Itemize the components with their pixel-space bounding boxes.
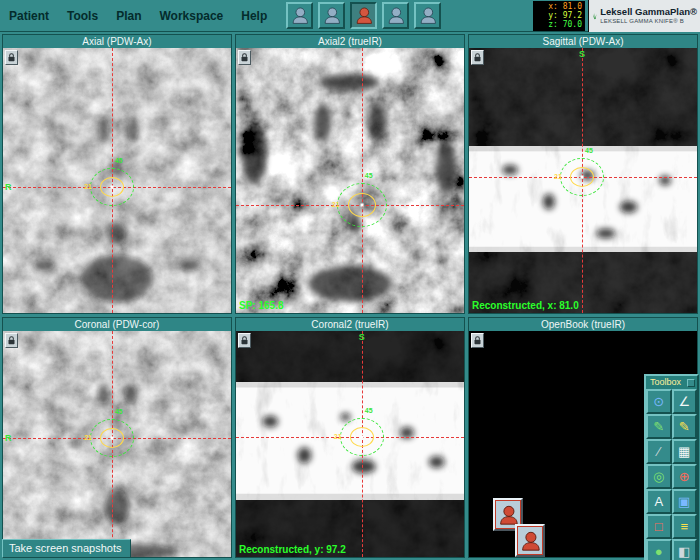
zoom-tool-button[interactable]: ⊙ xyxy=(646,389,672,414)
head-icon xyxy=(322,6,341,25)
viewport-openbook-titlebar[interactable]: OpenBook (trueIR) xyxy=(469,318,697,331)
ruler-icon: ∕ xyxy=(658,445,660,458)
viewport-title: Coronal (PDW-cor) xyxy=(75,319,160,330)
zoom-icon: ⊙ xyxy=(653,395,664,408)
lock-view-button[interactable] xyxy=(5,50,18,65)
toolbox-collapse-button[interactable] xyxy=(687,379,695,387)
patient-head-view-button-2[interactable] xyxy=(515,524,545,557)
isodose-label-inner: 21 xyxy=(84,183,92,190)
viewport-title: OpenBook (trueIR) xyxy=(541,319,625,330)
ruler-tool-button[interactable]: ∕ xyxy=(646,439,672,464)
isodose-label-inner: 21 xyxy=(84,434,92,441)
toolbox-title: Toolbox xyxy=(650,376,681,389)
lock-icon xyxy=(240,52,249,63)
viewport-sagittal-titlebar[interactable]: Sagittal (PDW-Ax) xyxy=(469,35,697,48)
lock-view-button[interactable] xyxy=(238,333,251,348)
viewport-axial2-canvas[interactable]: 45 21 SP: 165.8 xyxy=(236,48,464,313)
target-point xyxy=(360,435,363,438)
settings-icon: ◧ xyxy=(678,545,690,558)
viewport-axial2: Axial2 (trueIR) 45 2 xyxy=(235,34,465,314)
draw-tool-button[interactable]: ✎ xyxy=(646,414,672,439)
mri-axial2-image xyxy=(236,48,464,313)
target-point xyxy=(360,204,363,207)
camera-icon: ▣ xyxy=(678,495,690,508)
dose-tool-button[interactable]: ● xyxy=(646,539,672,560)
head-view-button-1[interactable] xyxy=(286,2,313,29)
crosshair-vertical[interactable] xyxy=(362,48,363,313)
grid-icon: ▦ xyxy=(678,445,690,458)
cursor-coordinates: x: 81.0 y: 97.2 z: 70.0 xyxy=(533,1,585,31)
coordinate-y: y: 97.2 xyxy=(536,11,582,20)
erase-tool-button[interactable]: □ xyxy=(646,514,672,539)
lock-view-button[interactable] xyxy=(5,333,18,348)
viewport-coronal2: Coronal2 (trueIR) xyxy=(235,317,465,558)
menu-help[interactable]: Help xyxy=(232,9,276,23)
target-point xyxy=(110,186,113,189)
pencil-icon: ✎ xyxy=(653,420,664,433)
lock-view-button[interactable] xyxy=(471,333,484,348)
viewport-title: Axial (PDW-Ax) xyxy=(82,36,151,47)
viewport-coronal-canvas[interactable]: 45 21 R xyxy=(3,331,231,557)
lock-icon xyxy=(473,52,482,63)
lock-view-button[interactable] xyxy=(238,50,251,65)
lock-view-button[interactable] xyxy=(471,50,484,65)
viewport-coronal-titlebar[interactable]: Coronal (PDW-cor) xyxy=(3,318,231,331)
isodose-label-outer: 45 xyxy=(365,407,373,414)
head-icon xyxy=(386,6,405,25)
status-message: Take screen snapshots xyxy=(2,539,131,558)
head-icon xyxy=(497,504,519,526)
target-point xyxy=(581,175,584,178)
head-icon xyxy=(519,530,541,552)
eraser-icon: □ xyxy=(655,520,663,533)
viewport-coronal2-canvas[interactable]: 45 21 S Reconstructed, y: 97.2 xyxy=(236,331,464,557)
reconstruction-readout: Reconstructed, y: 97.2 xyxy=(239,544,346,555)
crosshair-icon: ⊕ xyxy=(679,470,690,483)
head-icon xyxy=(354,6,373,25)
head-view-button-2[interactable] xyxy=(318,2,345,29)
crosshair-tool-button[interactable]: ⊕ xyxy=(672,464,698,489)
toolbox-button-grid: ⊙ ∠ ✎ ✎ ∕ ▦ ◎ ⊕ A ▣ □ ≡ ● ◧ xyxy=(646,389,697,560)
isodose-label-inner: 21 xyxy=(554,173,562,180)
toolbox-titlebar[interactable]: Toolbox xyxy=(646,376,697,389)
viewport-coronal: Coronal (PDW-cor) 45 xyxy=(2,317,232,558)
annotate-tool-button[interactable]: ✎ xyxy=(672,414,698,439)
orientation-letter: R xyxy=(5,182,12,192)
menu-workspace[interactable]: Workspace xyxy=(150,9,232,23)
menu-plan[interactable]: Plan xyxy=(107,9,150,23)
menu-patient[interactable]: Patient xyxy=(0,9,58,23)
lock-icon xyxy=(7,52,16,63)
snapshot-tool-button[interactable]: ▣ xyxy=(672,489,698,514)
viewport-sagittal: Sagittal (PDW-Ax) xyxy=(468,34,698,314)
viewport-axial-titlebar[interactable]: Axial (PDW-Ax) xyxy=(3,35,231,48)
orientation-letter: S xyxy=(359,332,365,342)
measure-angle-tool-button[interactable]: ∠ xyxy=(672,389,698,414)
viewport-title: Coronal2 (trueIR) xyxy=(311,319,388,330)
contour-icon: ◎ xyxy=(653,470,664,483)
viewport-axial2-titlebar[interactable]: Axial2 (trueIR) xyxy=(236,35,464,48)
head-view-button-5[interactable] xyxy=(414,2,441,29)
viewport-axial-canvas[interactable]: 45 21 R xyxy=(3,48,231,313)
brand-product: LEKSELL GAMMA KNIFE® B xyxy=(600,18,697,24)
head-view-button-3[interactable] xyxy=(350,2,377,29)
viewport-sagittal-canvas[interactable]: 45 21 S Reconstructed, x: 81.0 xyxy=(469,48,697,313)
layers-icon: ≡ xyxy=(680,520,688,533)
menu-tools[interactable]: Tools xyxy=(58,9,107,23)
lock-icon xyxy=(7,335,16,346)
viewport-coronal2-titlebar[interactable]: Coronal2 (trueIR) xyxy=(236,318,464,331)
plant-logo-icon xyxy=(592,4,597,28)
angle-icon: ∠ xyxy=(678,395,690,408)
isodose-label-outer: 45 xyxy=(115,157,123,164)
isodose-label-outer: 45 xyxy=(585,147,593,154)
settings-tool-button[interactable]: ◧ xyxy=(672,539,698,560)
viewport-title: Axial2 (trueIR) xyxy=(318,36,382,47)
coordinate-z: z: 70.0 xyxy=(536,20,582,29)
layers-tool-button[interactable]: ≡ xyxy=(672,514,698,539)
grid-tool-button[interactable]: ▦ xyxy=(672,439,698,464)
menu-bar: Patient Tools Plan Workspace Help x: 81.… xyxy=(0,0,700,32)
contour-tool-button[interactable]: ◎ xyxy=(646,464,672,489)
head-view-button-4[interactable] xyxy=(382,2,409,29)
text-tool-button[interactable]: A xyxy=(646,489,672,514)
pencil-icon: ✎ xyxy=(679,420,690,433)
slice-position-readout: SP: 165.8 xyxy=(239,300,283,311)
text-icon: A xyxy=(654,495,663,508)
